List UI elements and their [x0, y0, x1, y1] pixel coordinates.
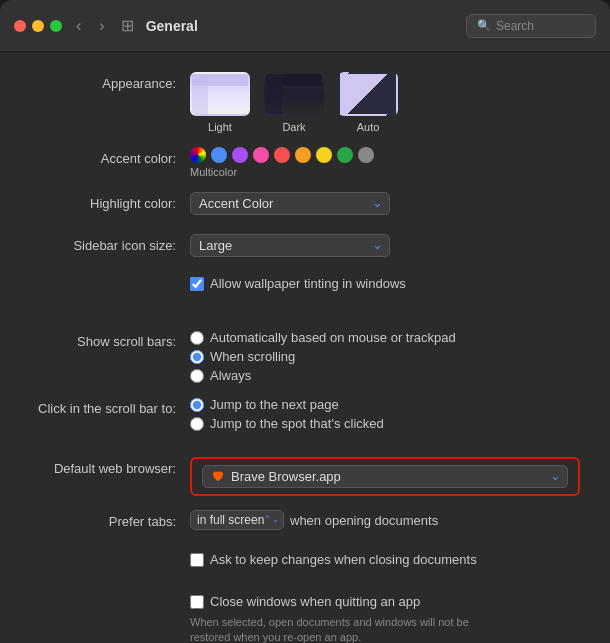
multicolor-label: Multicolor — [190, 166, 237, 178]
scroll-bars-controls: Automatically based on mouse or trackpad… — [190, 330, 580, 383]
scroll-auto-label: Automatically based on mouse or trackpad — [210, 330, 456, 345]
click-next-input[interactable] — [190, 398, 204, 412]
prefer-tabs-inline: in full screen always manually when open… — [190, 510, 438, 530]
prefer-tabs-select[interactable]: in full screen always manually — [190, 510, 284, 530]
accent-color-controls: Multicolor — [190, 147, 580, 178]
close-windows-note: When selected, open documents and window… — [190, 615, 490, 643]
wallpaper-tinting-label — [30, 276, 190, 279]
click-spot-radio[interactable]: Jump to the spot that's clicked — [190, 416, 384, 431]
prefer-tabs-select-wrap: in full screen always manually — [190, 510, 284, 530]
highlight-color-controls: Accent Color — [190, 192, 580, 215]
maximize-button[interactable] — [50, 20, 62, 32]
prefer-tabs-controls: in full screen always manually when open… — [190, 510, 580, 530]
back-button[interactable]: ‹ — [72, 15, 85, 37]
accent-purple[interactable] — [232, 147, 248, 163]
appearance-light-label: Light — [208, 121, 232, 133]
appearance-row: Appearance: Light Dark Auto — [30, 72, 580, 133]
wallpaper-tinting-checkbox[interactable]: Allow wallpaper tinting in windows — [190, 276, 406, 291]
close-windows-row: Close windows when quitting an app When … — [30, 594, 580, 643]
wallpaper-tinting-text: Allow wallpaper tinting in windows — [210, 276, 406, 291]
click-scroll-label: Click in the scroll bar to: — [30, 397, 190, 418]
default-browser-row: Default web browser: Brave Browser.app — [30, 457, 580, 496]
default-browser-highlight: Brave Browser.app — [190, 457, 580, 496]
scroll-auto-radio[interactable]: Automatically based on mouse or trackpad — [190, 330, 456, 345]
window: ‹ › ⊞ General 🔍 Appearance: Light Dark — [0, 0, 610, 643]
ask-keep-input[interactable] — [190, 553, 204, 567]
titlebar: ‹ › ⊞ General 🔍 — [0, 0, 610, 52]
sidebar-icon-size-select[interactable]: Large Medium Small — [190, 234, 390, 257]
search-input[interactable] — [496, 19, 585, 33]
highlight-color-label: Highlight color: — [30, 192, 190, 213]
click-next-label: Jump to the next page — [210, 397, 339, 412]
appearance-auto-label: Auto — [357, 121, 380, 133]
default-browser-controls: Brave Browser.app — [190, 457, 580, 496]
appearance-option-dark[interactable]: Dark — [264, 72, 324, 133]
appearance-options: Light Dark Auto — [190, 72, 398, 133]
scroll-bars-row: Show scroll bars: Automatically based on… — [30, 330, 580, 383]
scroll-when-label: When scrolling — [210, 349, 295, 364]
default-browser-select-wrap: Brave Browser.app — [202, 465, 568, 488]
ask-keep-row: Ask to keep changes when closing documen… — [30, 552, 580, 580]
thumb-light — [190, 72, 250, 116]
scroll-always-label: Always — [210, 368, 251, 383]
scroll-when-radio[interactable]: When scrolling — [190, 349, 295, 364]
search-bar[interactable]: 🔍 — [466, 14, 596, 38]
highlight-color-select[interactable]: Accent Color — [190, 192, 390, 215]
page-title: General — [146, 18, 198, 34]
minimize-button[interactable] — [32, 20, 44, 32]
ask-keep-text: Ask to keep changes when closing documen… — [210, 552, 477, 567]
appearance-dark-label: Dark — [282, 121, 305, 133]
close-windows-input[interactable] — [190, 595, 204, 609]
click-scroll-row: Click in the scroll bar to: Jump to the … — [30, 397, 580, 431]
wallpaper-tinting-row: Allow wallpaper tinting in windows — [30, 276, 580, 304]
default-browser-label: Default web browser: — [30, 457, 190, 478]
close-windows-text: Close windows when quitting an app — [210, 594, 420, 609]
thumb-dark — [264, 72, 324, 116]
accent-yellow[interactable] — [316, 147, 332, 163]
default-browser-select[interactable]: Brave Browser.app — [202, 465, 568, 488]
accent-blue[interactable] — [211, 147, 227, 163]
search-icon: 🔍 — [477, 19, 491, 32]
accent-green[interactable] — [337, 147, 353, 163]
prefer-tabs-suffix: when opening documents — [290, 513, 438, 528]
grid-icon: ⊞ — [121, 16, 134, 35]
accent-orange[interactable] — [295, 147, 311, 163]
wallpaper-tinting-input[interactable] — [190, 277, 204, 291]
scroll-when-input[interactable] — [190, 350, 204, 364]
accent-multicolor[interactable] — [190, 147, 206, 163]
appearance-option-auto[interactable]: Auto — [338, 72, 398, 133]
accent-red[interactable] — [274, 147, 290, 163]
forward-button[interactable]: › — [95, 15, 108, 37]
wallpaper-tinting-controls: Allow wallpaper tinting in windows — [190, 276, 580, 291]
close-windows-checkbox[interactable]: Close windows when quitting an app — [190, 594, 420, 609]
close-button[interactable] — [14, 20, 26, 32]
sidebar-icon-size-label: Sidebar icon size: — [30, 234, 190, 255]
ask-keep-controls: Ask to keep changes when closing documen… — [190, 552, 580, 567]
prefer-tabs-row: Prefer tabs: in full screen always manua… — [30, 510, 580, 538]
highlight-color-row: Highlight color: Accent Color — [30, 192, 580, 220]
sidebar-icon-size-row: Sidebar icon size: Large Medium Small — [30, 234, 580, 262]
sidebar-icon-size-select-wrap: Large Medium Small — [190, 234, 390, 257]
accent-pink[interactable] — [253, 147, 269, 163]
scroll-always-radio[interactable]: Always — [190, 368, 251, 383]
traffic-lights — [14, 20, 62, 32]
click-next-radio[interactable]: Jump to the next page — [190, 397, 339, 412]
accent-graphite[interactable] — [358, 147, 374, 163]
scroll-always-input[interactable] — [190, 369, 204, 383]
thumb-auto — [338, 72, 398, 116]
prefer-tabs-label: Prefer tabs: — [30, 510, 190, 531]
click-scroll-controls: Jump to the next page Jump to the spot t… — [190, 397, 580, 431]
content: Appearance: Light Dark Auto — [0, 52, 610, 643]
close-windows-controls: Close windows when quitting an app When … — [190, 594, 580, 643]
accent-color-row: Accent color: Multicolor — [30, 147, 580, 178]
accent-color-swatches — [190, 147, 374, 163]
appearance-label: Appearance: — [30, 72, 190, 93]
ask-keep-checkbox[interactable]: Ask to keep changes when closing documen… — [190, 552, 477, 567]
scroll-auto-input[interactable] — [190, 331, 204, 345]
accent-color-label: Accent color: — [30, 147, 190, 168]
scroll-bars-label: Show scroll bars: — [30, 330, 190, 351]
click-spot-label: Jump to the spot that's clicked — [210, 416, 384, 431]
highlight-color-select-wrap: Accent Color — [190, 192, 390, 215]
appearance-option-light[interactable]: Light — [190, 72, 250, 133]
click-spot-input[interactable] — [190, 417, 204, 431]
